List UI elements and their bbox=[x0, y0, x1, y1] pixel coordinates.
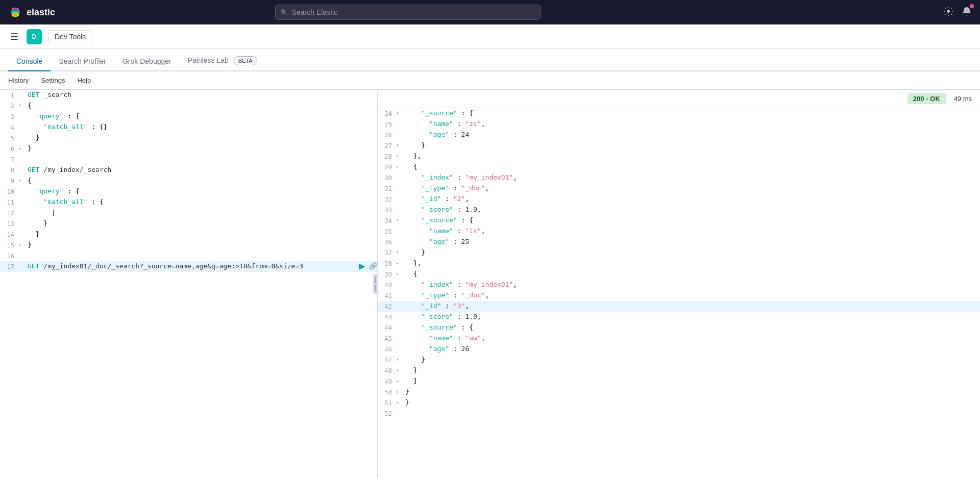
code-text: } bbox=[26, 229, 377, 239]
svg-point-4 bbox=[13, 9, 17, 12]
fold-icon[interactable]: ▸ bbox=[18, 143, 26, 154]
editor-line[interactable]: 12 | bbox=[0, 208, 377, 218]
dev-tools-breadcrumb-button[interactable]: Dev Tools bbox=[48, 30, 92, 43]
code-text: { bbox=[26, 100, 377, 111]
top-nav: elastic 🔍 bbox=[0, 0, 980, 24]
editor-line[interactable]: 4 "match_all" : {} bbox=[0, 122, 377, 133]
fold-icon[interactable]: ▾ bbox=[18, 175, 26, 186]
fold-icon[interactable]: ▸ bbox=[396, 162, 403, 172]
response-line: 31 "_type" : "_doc", bbox=[378, 183, 980, 194]
code-text: "_index" : "my_index01", bbox=[403, 280, 980, 290]
svg-point-6 bbox=[947, 10, 950, 13]
line-number: 14 bbox=[0, 229, 18, 240]
code-text: { bbox=[26, 175, 377, 186]
response-content[interactable]: 24▾ "_source" : {25 "name" : "zs",26 "ag… bbox=[378, 108, 980, 478]
code-text: } bbox=[403, 397, 980, 408]
fold-icon[interactable]: ▸ bbox=[396, 397, 403, 408]
line-number: 40 bbox=[378, 280, 396, 290]
response-line: 48▸ } bbox=[378, 365, 980, 376]
notification-badge bbox=[970, 4, 974, 8]
fold-icon[interactable]: ▸ bbox=[396, 151, 403, 161]
settings-button[interactable]: Settings bbox=[41, 74, 65, 86]
fold-icon[interactable]: ▾ bbox=[396, 140, 403, 150]
fold-icon[interactable]: ▾ bbox=[396, 247, 403, 258]
global-search-bar[interactable]: 🔍 bbox=[275, 5, 541, 20]
notifications-button[interactable] bbox=[962, 6, 972, 19]
editor-line[interactable]: 7 bbox=[0, 154, 377, 165]
code-text: } bbox=[26, 240, 377, 250]
editor-line[interactable]: 15▸} bbox=[0, 240, 377, 250]
code-text: GET _search bbox=[26, 90, 377, 100]
editor-line[interactable]: 5 } bbox=[0, 133, 377, 143]
fold-icon[interactable]: ▸ bbox=[396, 376, 403, 386]
copy-button[interactable]: 🔗 bbox=[369, 262, 377, 270]
tab-painless-lab[interactable]: Painless Lab BETA bbox=[180, 51, 265, 70]
hamburger-button[interactable]: ☰ bbox=[8, 29, 20, 44]
line-number: 33 bbox=[378, 205, 396, 215]
code-text: } bbox=[26, 133, 377, 143]
line-number: 8 bbox=[0, 165, 18, 175]
response-line: 36 "age" : 25 bbox=[378, 237, 980, 247]
line-number: 36 bbox=[378, 237, 396, 247]
line-number: 31 bbox=[378, 183, 396, 194]
tab-grok-debugger[interactable]: Grok Debugger bbox=[114, 52, 180, 70]
help-button[interactable]: Help bbox=[77, 74, 91, 86]
fold-icon[interactable]: ▸ bbox=[396, 258, 403, 268]
line-number: 45 bbox=[378, 333, 396, 344]
line-number: 49 bbox=[378, 376, 396, 387]
fold-icon[interactable]: ▾ bbox=[396, 355, 403, 365]
line-number: 5 bbox=[0, 133, 18, 143]
code-text: "age" : 25 bbox=[403, 237, 980, 247]
logo-text: elastic bbox=[27, 7, 55, 18]
editor-line[interactable]: 13 } bbox=[0, 218, 377, 229]
line-number: 15 bbox=[0, 240, 18, 250]
editor-line[interactable]: 11 "match_all" : { bbox=[0, 197, 377, 208]
line-number: 39 bbox=[378, 269, 396, 280]
response-line: 41 "_type" : "_doc", bbox=[378, 290, 980, 301]
run-button[interactable]: ▶ bbox=[359, 261, 365, 271]
fold-icon[interactable]: ▸ bbox=[396, 365, 403, 375]
editor-line[interactable]: 2▾{ bbox=[0, 100, 377, 111]
editor-line[interactable]: 10 "query" : { bbox=[0, 186, 377, 197]
editor-line[interactable]: 1GET _search bbox=[0, 90, 377, 100]
fold-icon[interactable]: ▾ bbox=[18, 100, 26, 111]
fold-icon[interactable]: ▸ bbox=[18, 240, 26, 250]
panel-divider[interactable] bbox=[373, 274, 377, 294]
fold-icon[interactable]: ▸ bbox=[396, 269, 403, 279]
fold-icon[interactable]: ▾ bbox=[396, 215, 403, 225]
editor-line[interactable]: 14 } bbox=[0, 229, 377, 240]
editor-line[interactable]: 17GET /my_index01/_doc/_search?_source=n… bbox=[0, 261, 377, 272]
line-number: 4 bbox=[0, 122, 18, 133]
code-text: } bbox=[403, 140, 980, 150]
editor-line[interactable]: 16 bbox=[0, 250, 377, 261]
fold-icon[interactable]: ▸ bbox=[396, 387, 403, 397]
line-number: 48 bbox=[378, 365, 396, 376]
elastic-logo-icon bbox=[8, 5, 22, 19]
response-line: 33 "_score" : 1.0, bbox=[378, 205, 980, 215]
editor-line[interactable]: 6▸} bbox=[0, 143, 377, 154]
editor-content[interactable]: 1GET _search2▾{3 "query" : {4 "match_all… bbox=[0, 90, 377, 478]
line-number: 26 bbox=[378, 130, 396, 140]
code-text: "_type" : "_doc", bbox=[403, 183, 980, 193]
line-number: 52 bbox=[378, 408, 396, 419]
line-number: 7 bbox=[0, 154, 18, 165]
line-number: 44 bbox=[378, 322, 396, 333]
beta-badge: BETA bbox=[234, 56, 257, 65]
editor-line[interactable]: 8GET /my_index/_search bbox=[0, 165, 377, 175]
line-number: 29 bbox=[378, 162, 396, 172]
fold-icon[interactable]: ▾ bbox=[396, 108, 403, 118]
response-line: 32 "_id" : "2", bbox=[378, 194, 980, 205]
code-text: "_source" : { bbox=[403, 322, 980, 333]
tab-search-profiler[interactable]: Search Profiler bbox=[51, 52, 114, 70]
response-time: 49 ms bbox=[954, 95, 972, 103]
global-search-input[interactable] bbox=[275, 5, 541, 20]
history-button[interactable]: History bbox=[8, 74, 29, 86]
line-number: 43 bbox=[378, 312, 396, 322]
response-line: 25 "name" : "zs", bbox=[378, 119, 980, 130]
settings-icon-button[interactable] bbox=[943, 6, 953, 19]
editor-line[interactable]: 3 "query" : { bbox=[0, 111, 377, 122]
editor-line[interactable]: 9▾{ bbox=[0, 175, 377, 186]
response-line: 50▸} bbox=[378, 387, 980, 397]
line-number: 1 bbox=[0, 90, 18, 100]
tab-console[interactable]: Console bbox=[8, 52, 51, 70]
